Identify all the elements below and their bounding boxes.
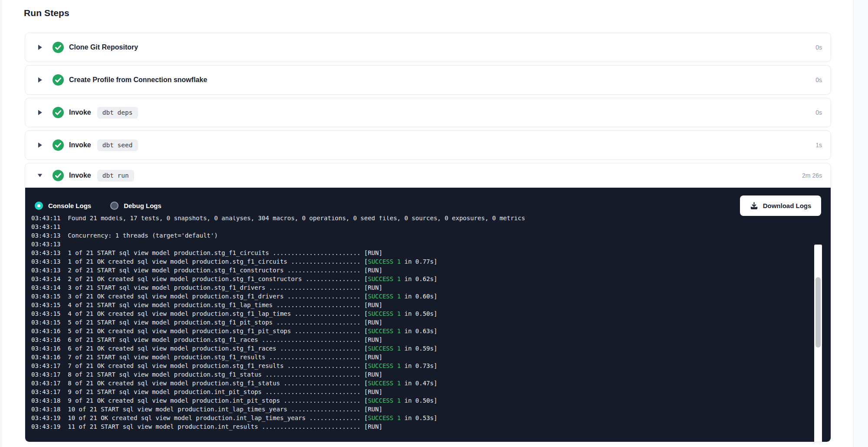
run-step-label: Invoke [69,141,91,149]
log-line: 03:43:16 6 of 21 OK created sql view mod… [31,344,831,353]
run-step-label: Clone Git Repository [69,43,138,51]
log-line: 03:43:13 Concurrency: 1 threads (target=… [31,231,831,240]
download-logs-label: Download Logs [763,202,812,209]
log-line: 03:43:18 10 of 21 START sql view model p… [31,405,831,414]
log-line: 03:43:13 1 of 21 START sql view model pr… [31,248,831,257]
log-line: 03:43:16 6 of 21 START sql view model pr… [31,335,831,344]
log-line: 03:43:19 11 of 21 START sql view model p… [31,422,831,431]
log-line: 03:43:17 7 of 21 OK created sql view mod… [31,361,831,370]
run-step-command-badge: dbt deps [97,107,138,119]
run-step-duration: 1s [815,142,822,149]
log-line: 03:43:14 2 of 21 OK created sql view mod… [31,275,831,283]
console-log-lines: 03:43:11 Found 21 models, 17 tests, 0 sn… [31,216,831,431]
console-panel: Console Logs Debug Logs Download Logs 0 [25,188,831,442]
run-step-header[interactable]: Invoke dbt seed 1s [25,131,831,159]
console-scrollbar-thumb[interactable] [815,277,821,348]
caret-right-icon[interactable] [37,109,43,116]
console-log-output[interactable]: 03:43:11 Found 21 models, 17 tests, 0 sn… [25,216,831,442]
run-step-label: Create Profile from Connection snowflake [69,76,207,84]
log-line: 03:43:15 3 of 21 OK created sql view mod… [31,292,831,301]
log-line: 03:43:16 7 of 21 START sql view model pr… [31,353,831,361]
run-step-command-badge: dbt seed [97,139,138,151]
log-line: 03:43:13 2 of 21 START sql view model pr… [31,266,831,275]
console-scrollbar[interactable] [814,245,822,442]
debug-logs-option[interactable]: Debug Logs [110,202,161,210]
caret-down-icon[interactable] [37,172,43,179]
run-step-card-dbt-run: Invoke dbt run 2m 26s Console Logs Debug… [25,163,831,442]
log-line: 03:43:14 3 of 21 START sql view model pr… [31,283,831,292]
log-line: 03:43:15 4 of 21 OK created sql view mod… [31,309,831,318]
run-step-card-clone-git: Clone Git Repository 0s [25,33,831,62]
run-step-header[interactable]: Create Profile from Connection snowflake… [25,66,831,94]
run-step-card-dbt-seed: Invoke dbt seed 1s [25,130,831,160]
caret-right-icon[interactable] [37,77,43,83]
log-line: 03:43:15 5 of 21 START sql view model pr… [31,318,831,327]
run-step-header[interactable]: Invoke dbt deps 0s [25,98,831,127]
log-line: 03:43:11 Found 21 models, 17 tests, 0 sn… [31,216,831,222]
run-step-duration: 2m 26s [802,172,822,179]
check-circle-icon [53,170,64,181]
debug-logs-label: Debug Logs [124,202,161,209]
log-line: 03:43:17 8 of 21 START sql view model pr… [31,370,831,379]
caret-right-icon[interactable] [37,44,43,50]
run-step-label: Invoke [69,172,91,179]
download-icon [750,202,758,210]
page-title: Run Steps [24,7,831,19]
run-step-card-create-profile: Create Profile from Connection snowflake… [25,65,831,95]
run-steps-page: Run Steps Clone Git Repository 0s [25,0,831,445]
page-left-margin [0,0,2,447]
log-line: 03:43:13 [31,240,831,248]
radio-unselected-icon[interactable] [110,202,118,210]
run-step-header[interactable]: Clone Git Repository 0s [25,33,831,62]
run-step-card-dbt-deps: Invoke dbt deps 0s [25,98,831,127]
log-line: 03:43:11 [31,222,831,231]
run-step-duration: 0s [815,44,822,51]
run-step-header[interactable]: Invoke dbt run 2m 26s [25,163,831,188]
log-line: 03:43:17 8 of 21 OK created sql view mod… [31,379,831,387]
check-circle-icon [53,139,64,151]
run-step-command-badge: dbt run [97,170,134,182]
caret-right-icon[interactable] [37,142,43,148]
log-line: 03:43:13 1 of 21 OK created sql view mod… [31,257,831,266]
run-step-duration: 0s [815,109,822,116]
page-right-margin [853,0,868,447]
run-step-duration: 0s [815,76,822,83]
log-line: 03:43:19 10 of 21 OK created sql view mo… [31,414,831,422]
log-line: 03:43:16 5 of 21 OK created sql view mod… [31,327,831,335]
check-circle-icon [53,42,64,53]
download-logs-button[interactable]: Download Logs [740,195,821,216]
console-logs-option[interactable]: Console Logs [35,202,91,210]
run-steps-list: Clone Git Repository 0s Create Profile f… [25,33,831,442]
log-line: 03:43:17 9 of 21 START sql view model pr… [31,387,831,396]
console-logs-label: Console Logs [48,202,91,209]
log-line: 03:43:15 4 of 21 START sql view model pr… [31,301,831,309]
check-circle-icon [53,107,64,118]
run-step-label: Invoke [69,109,91,116]
radio-selected-icon[interactable] [35,202,43,210]
console-toolbar: Console Logs Debug Logs Download Logs [25,188,831,216]
log-line: 03:43:18 9 of 21 OK created sql view mod… [31,396,831,405]
check-circle-icon [53,74,64,86]
